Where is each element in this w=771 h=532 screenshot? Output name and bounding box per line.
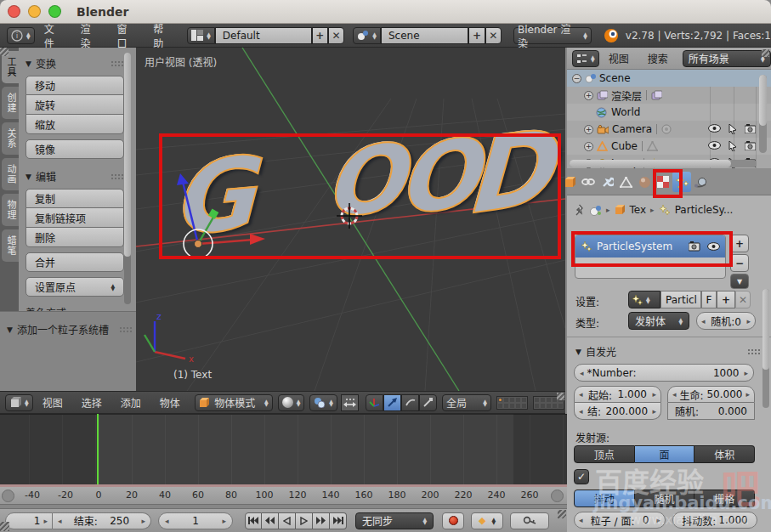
duplicate-linked-button[interactable]: 复制链接项: [26, 208, 124, 228]
tool-shelf-scrollbar[interactable]: [124, 53, 131, 304]
menu-select[interactable]: 选择: [82, 395, 102, 410]
particle-type-dropdown[interactable]: 发射体 ▲▼: [628, 312, 689, 330]
lifetime-field[interactable]: ◂生命:50.000▸: [667, 386, 755, 403]
distribution-random-button[interactable]: 随机: [635, 490, 695, 507]
translate-button[interactable]: 移动: [26, 76, 124, 95]
area-resize-grip[interactable]: [762, 49, 769, 57]
new-settings-button[interactable]: +: [717, 291, 735, 308]
jittering-amount-field[interactable]: 抖动数:1.000: [672, 512, 757, 529]
particles-per-face-field[interactable]: ◂粒子 / 面:0▸: [574, 512, 666, 529]
selectability-cursor-icon[interactable]: [728, 141, 737, 151]
tab-object-icon[interactable]: [560, 172, 579, 192]
current-frame-field[interactable]: ◂1▸: [158, 512, 233, 529]
transform-panel-header[interactable]: ▼ 变换: [26, 56, 124, 71]
ruler-scroll-cap-right[interactable]: [551, 490, 564, 502]
translate-manipulator-button[interactable]: [383, 394, 401, 411]
tab-animation[interactable]: 动画: [2, 158, 19, 190]
frame-end-field[interactable]: ◂结:200.000▸: [574, 403, 661, 420]
renderability-camera-icon[interactable]: [745, 124, 756, 133]
outliner-row-render-layers[interactable]: + 渲染层: [567, 87, 771, 104]
operator-panel-header[interactable]: ▼ 添加一个粒子系统槽: [7, 322, 133, 337]
screen-layout-name-field[interactable]: Default: [215, 27, 312, 44]
emit-verts-button[interactable]: 顶点: [574, 445, 635, 463]
fake-user-button[interactable]: F: [701, 291, 717, 308]
tab-modifiers-icon[interactable]: [598, 172, 616, 192]
menu-view[interactable]: 视图: [43, 395, 63, 410]
rotate-manipulator-button[interactable]: [401, 394, 419, 411]
previous-keyframe-button[interactable]: [262, 512, 279, 529]
outliner-row-camera[interactable]: + Camera: [567, 121, 771, 138]
scene-name-field[interactable]: Scene: [381, 27, 468, 44]
tab-data-icon[interactable]: [616, 172, 635, 192]
use-modifier-stack-checkbox[interactable]: ✓: [574, 469, 589, 484]
auto-keyframe-record-button[interactable]: [442, 512, 464, 529]
area-resize-grip[interactable]: [557, 393, 564, 400]
lifetime-random-field[interactable]: 随机:0.000: [667, 403, 755, 420]
delete-layout-button[interactable]: ✕: [328, 27, 344, 44]
outliner-menu-view[interactable]: 视图: [609, 51, 629, 65]
layers-grid-left[interactable]: [496, 396, 528, 410]
specials-menu-button[interactable]: ▼: [730, 274, 749, 289]
outliner-row-cube[interactable]: + Cube: [567, 138, 771, 155]
delete-button[interactable]: 删除: [26, 228, 124, 247]
manipulator-toggle[interactable]: [366, 394, 383, 411]
area-resize-grip[interactable]: [558, 510, 566, 518]
remove-particle-system-button[interactable]: −: [730, 254, 749, 272]
scale-button[interactable]: 缩放: [26, 115, 124, 134]
expand-icon[interactable]: +: [584, 142, 593, 151]
keying-set-dropdown[interactable]: ◆ ▲▼: [471, 512, 503, 529]
scale-manipulator-button[interactable]: [419, 394, 437, 411]
mirror-button[interactable]: 镜像: [26, 139, 124, 159]
emit-faces-button[interactable]: 面: [635, 445, 695, 463]
particle-settings-icon-dropdown[interactable]: ▲▼: [628, 291, 660, 308]
collapse-icon[interactable]: −: [572, 74, 581, 83]
delete-scene-button[interactable]: ✕: [485, 27, 502, 44]
add-scene-button[interactable]: +: [468, 27, 485, 44]
outliner-editor-type-selector[interactable]: ▲▼: [572, 50, 599, 67]
menu-render[interactable]: 渲染: [81, 21, 99, 50]
menu-window[interactable]: 窗口: [116, 21, 134, 50]
emission-panel-header[interactable]: ▼ 自发光: [575, 344, 761, 359]
visibility-eye-icon[interactable]: [708, 124, 721, 133]
viewport-editor-type-selector[interactable]: ▲▼: [5, 394, 33, 411]
panel-grip-icon[interactable]: [111, 60, 124, 67]
insert-keyframe-button[interactable]: [510, 512, 549, 529]
pivot-align-toggle[interactable]: [341, 394, 359, 411]
area-resize-grip[interactable]: [0, 48, 9, 56]
maximize-window-button[interactable]: [48, 5, 61, 18]
tab-grease-pencil[interactable]: 蜡笔: [2, 229, 19, 262]
properties-vscrollbar[interactable]: [762, 289, 769, 408]
tab-physics[interactable]: 物理: [2, 194, 19, 226]
join-button[interactable]: 合并: [26, 252, 124, 272]
menu-file[interactable]: 文件: [44, 21, 62, 50]
mode-dropdown[interactable]: 物体模式 ▲▼: [195, 394, 273, 411]
distribution-grid-button[interactable]: 栅格: [694, 490, 755, 507]
editor-type-selector[interactable]: i ▲▼: [7, 27, 35, 44]
screen-layout-icon-button[interactable]: ▲▼: [187, 27, 215, 44]
particle-settings-name-field[interactable]: Particl: [660, 291, 701, 308]
outliner-hscrollbar[interactable]: [570, 160, 757, 167]
add-layout-button[interactable]: +: [312, 27, 328, 44]
minimize-window-button[interactable]: [28, 5, 41, 18]
tab-constraints-icon[interactable]: [579, 172, 598, 192]
panel-grip-icon[interactable]: [111, 173, 124, 180]
expand-icon[interactable]: +: [584, 125, 593, 134]
jump-to-start-button[interactable]: [245, 512, 262, 529]
outliner-vscrollbar[interactable]: [759, 75, 767, 153]
end-frame-field[interactable]: ◂结束:250▸: [53, 512, 151, 529]
tab-material-icon[interactable]: [635, 172, 654, 192]
outliner-row-world[interactable]: World: [567, 104, 771, 121]
add-particle-system-button[interactable]: +: [730, 235, 749, 252]
viewport-shading-dropdown[interactable]: ▲▼: [278, 394, 305, 411]
panel-grip-icon[interactable]: [119, 326, 133, 333]
distribution-jittered-button[interactable]: 抖动: [574, 490, 635, 507]
edit-panel-header[interactable]: ▼ 编辑: [26, 169, 124, 184]
breadcrumb-object-name[interactable]: Tex: [630, 204, 647, 216]
tab-create[interactable]: 创建: [2, 87, 19, 119]
seed-field[interactable]: ◂随机:0▸: [696, 312, 756, 330]
menu-add[interactable]: 添加: [121, 395, 141, 410]
rotate-button[interactable]: 旋转: [26, 95, 124, 115]
timeline-ruler[interactable]: -40 -20 0 20 40 60 80 100 120 140 160 18…: [0, 487, 567, 505]
transform-orientation-dropdown[interactable]: 全局 ▲▼: [442, 394, 491, 411]
timeline-playhead[interactable]: [97, 414, 99, 484]
